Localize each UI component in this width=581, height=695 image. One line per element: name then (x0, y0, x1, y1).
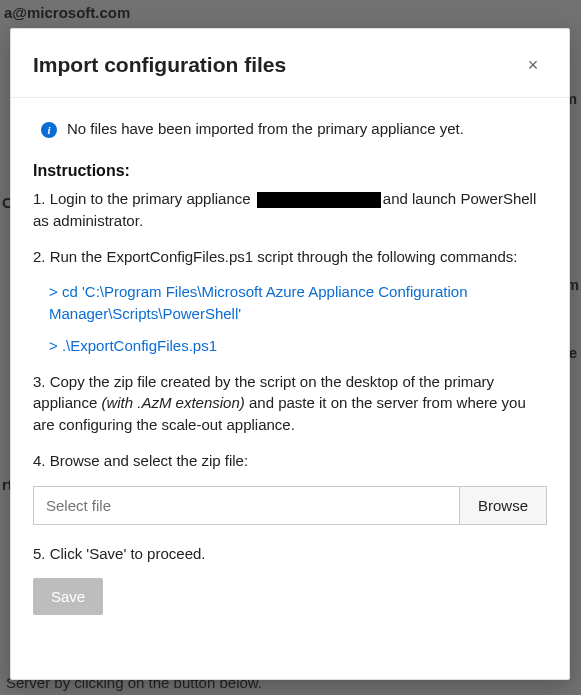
cmd-run: > .\ExportConfigFiles.ps1 (49, 335, 547, 357)
close-icon: × (528, 55, 539, 76)
step-1: 1. Login to the primary appliance and la… (33, 188, 547, 232)
banner-text: No files have been imported from the pri… (67, 120, 464, 137)
code-block: > cd 'C:\Program Files\Microsoft Azure A… (49, 281, 547, 356)
modal-body: i No files have been imported from the p… (11, 98, 569, 679)
info-icon: i (41, 122, 57, 138)
browse-button[interactable]: Browse (459, 486, 547, 525)
step-3-text-b: (with .AzM extension) (101, 394, 244, 411)
file-input[interactable] (33, 486, 459, 525)
modal-title: Import configuration files (33, 53, 286, 77)
modal-header: Import configuration files × (11, 29, 569, 98)
step-5: 5. Click 'Save' to proceed. (33, 543, 547, 565)
import-config-modal: Import configuration files × i No files … (10, 28, 570, 680)
step-1-text-a: 1. Login to the primary appliance (33, 190, 255, 207)
bg-email: a@microsoft.com (4, 4, 130, 21)
step-2: 2. Run the ExportConfigFiles.ps1 script … (33, 246, 547, 268)
info-banner: i No files have been imported from the p… (33, 114, 547, 162)
close-button[interactable]: × (519, 51, 547, 79)
file-picker-row: Browse (33, 486, 547, 525)
save-button[interactable]: Save (33, 578, 103, 615)
instructions-heading: Instructions: (33, 162, 547, 180)
redacted-block (257, 192, 381, 208)
cmd-cd: > cd 'C:\Program Files\Microsoft Azure A… (49, 281, 547, 325)
step-3: 3. Copy the zip file created by the scri… (33, 371, 547, 436)
step-4: 4. Browse and select the zip file: (33, 450, 547, 472)
